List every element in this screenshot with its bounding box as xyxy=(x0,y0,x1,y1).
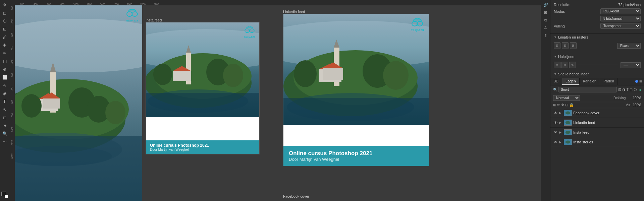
ruler-v-mark: 200 xyxy=(11,19,13,33)
zoom-tool[interactable]: 🔍 xyxy=(1,130,8,137)
lock-transparent-icon[interactable]: ⊞ xyxy=(553,103,556,107)
resolution-value: 72 pixels/inch xyxy=(618,3,641,7)
text-icon[interactable]: A xyxy=(542,24,549,31)
ruler-h-mark: 600 xyxy=(42,3,56,5)
lagen-search-toolbar: 🔍 ⊡ ◑ T ◻ ⬡ ● xyxy=(550,85,644,94)
tab-paden[interactable]: Paden xyxy=(600,78,618,85)
transform-icon[interactable]: ⧉ xyxy=(542,17,549,23)
layer-visibility-facebook[interactable]: 👁 xyxy=(553,111,558,115)
eraser-tool[interactable]: ⬜ xyxy=(1,74,8,81)
hand-tool[interactable]: ☚ xyxy=(1,122,8,129)
opacity-label: Dekking: xyxy=(613,96,627,100)
grid-type-3[interactable]: ⊠ xyxy=(570,42,577,49)
crop-tool[interactable]: ⊡ xyxy=(1,25,8,33)
filter-adj-icon[interactable]: ◑ xyxy=(622,87,626,92)
ruler-unit-select[interactable]: Pixels cm mm inch xyxy=(617,43,641,49)
move-tool[interactable]: ✥ xyxy=(1,1,8,9)
hulplijnen-section-header[interactable]: ▼ Hulplijnen xyxy=(550,53,644,60)
grid-icon[interactable]: ⊞ xyxy=(542,9,549,16)
filter-pixel-icon[interactable]: ⊡ xyxy=(618,87,621,92)
bg-logo: Easy-123 xyxy=(125,8,139,22)
more-tools[interactable]: ⋯ xyxy=(1,138,8,145)
layer-expand-insta[interactable]: ▶ xyxy=(559,131,562,134)
history-tool[interactable]: ⊕ xyxy=(1,66,8,73)
lagen-menu-icon[interactable]: ≡ xyxy=(639,79,642,84)
svg-point-0 xyxy=(15,19,142,72)
layer-visibility-insta-stories[interactable]: 👁 xyxy=(553,140,558,144)
hulp-line-preview xyxy=(578,65,618,65)
right-icon-strip: 🔗 ⊞ ⧉ A ¶ xyxy=(541,0,550,201)
ruler-v-mark: 300 xyxy=(11,33,13,46)
modus-select[interactable]: RGB-kleur CMYK-kleur Grijswaarden xyxy=(600,8,641,14)
hulp-add-v[interactable]: ⊕ xyxy=(561,62,568,68)
layer-item[interactable]: 👁 ▶ Insta stories xyxy=(550,137,644,147)
tab-kanalen[interactable]: Kanalen xyxy=(580,78,600,85)
filter-smart-icon[interactable]: ⬡ xyxy=(634,87,637,92)
insta-feed-card[interactable]: Easy-123 Online cursus Photoshop 2021 Do… xyxy=(146,22,260,154)
svg-point-51 xyxy=(566,111,571,114)
linkedin-feed-card[interactable]: Easy-123 Online cursus Photoshop 2021 Do… xyxy=(283,14,429,166)
bits-select[interactable]: 8 bits/kanaal 16 bits/kanaal 32 bits/kan… xyxy=(600,16,641,21)
healing-tool[interactable]: ✚ xyxy=(1,42,8,49)
layer-visibility-insta[interactable]: 👁 xyxy=(553,130,558,134)
vulling-select[interactable]: Transparant Wit Zwart xyxy=(600,23,641,29)
svg-rect-15 xyxy=(15,136,142,201)
layer-expand-insta-stories[interactable]: ▶ xyxy=(559,140,562,144)
layer-item[interactable]: 👁 ▶ Linkedin feed xyxy=(550,118,644,128)
layer-expand-facebook[interactable]: ▶ xyxy=(559,111,562,115)
layer-expand-linkedin[interactable]: ▶ xyxy=(559,121,562,124)
eyedropper-tool[interactable]: 🖊 xyxy=(1,34,8,41)
background-color-swatch[interactable] xyxy=(5,195,8,198)
layer-item[interactable]: 👁 ▶ Insta feed xyxy=(550,128,644,137)
snelle-section-header[interactable]: ▼ Snelle handelingen xyxy=(550,70,644,78)
insta-card-title: Online cursus Photoshop 2021 xyxy=(150,143,255,148)
layer-search-input[interactable] xyxy=(558,87,617,92)
layer-item[interactable]: 👁 ▶ Facebook cover xyxy=(550,108,644,118)
bits-row: 8 bits/kanaal 16 bits/kanaal 32 bits/kan… xyxy=(554,16,641,21)
filter-shape-icon[interactable]: ◻ xyxy=(630,87,633,92)
svg-point-43 xyxy=(294,60,317,87)
grid-type-1[interactable]: ⊞ xyxy=(554,42,560,49)
insta-feed-label: Insta feed xyxy=(146,18,162,22)
select-tool[interactable]: ◻ xyxy=(1,9,8,17)
filter-text-icon[interactable]: T xyxy=(627,87,629,92)
ruler-h-mark: 2000 xyxy=(136,3,150,5)
canvas-content[interactable]: Easy-123 xyxy=(15,5,541,201)
ruler-v-mark: 600 xyxy=(11,73,13,86)
text-tool[interactable]: T xyxy=(1,98,8,105)
brush-tool[interactable]: ✏ xyxy=(1,50,8,57)
grid-type-2[interactable]: ⊟ xyxy=(562,42,569,49)
linialen-content: ⊞ ⊟ ⊠ Pixels cm mm inch xyxy=(550,41,644,53)
lagen-vul-row: ⊞ ✏ ✥ ⊡ 🔒 Vul: 100% xyxy=(550,102,644,108)
path-tool[interactable]: ↖ xyxy=(1,106,8,113)
ruler-h-mark: 2200 xyxy=(150,3,163,5)
lock-pixels-icon[interactable]: ✏ xyxy=(557,103,560,107)
shape-tool[interactable]: ◻ xyxy=(1,114,8,121)
clone-tool[interactable]: ◫ xyxy=(1,58,8,65)
ruler-h-mark: 800 xyxy=(56,3,69,5)
blur-tool[interactable]: ◉ xyxy=(1,90,8,97)
lock-all-icon[interactable]: 🔒 xyxy=(569,103,574,107)
hulplijnen-section-title: Hulplijnen xyxy=(558,55,641,59)
tab-lagen[interactable]: Lagen xyxy=(562,78,580,85)
layer-visibility-linkedin[interactable]: 👁 xyxy=(553,121,558,125)
paragraph-icon[interactable]: ¶ xyxy=(542,32,549,39)
ruler-v-mark: 400 xyxy=(11,46,13,60)
svg-point-28 xyxy=(223,64,243,87)
linialen-section-header[interactable]: ▼ Linialen en rasters xyxy=(550,34,644,41)
gradient-tool[interactable]: ∿ xyxy=(1,82,8,89)
filter-toggle[interactable]: ● xyxy=(639,88,641,92)
hulp-edit[interactable]: ✎ xyxy=(569,62,576,68)
tab-3d[interactable]: 3D xyxy=(550,78,562,85)
hulp-line-select[interactable]: ── - - ··· xyxy=(621,62,641,68)
hulp-add-h[interactable]: ⊕ xyxy=(554,62,560,68)
layer-name-insta-stories: Insta stories xyxy=(573,140,641,144)
resolution-row: Resolutie: 72 pixels/inch xyxy=(554,3,641,7)
link-icon[interactable]: 🔗 xyxy=(542,1,549,8)
lock-artboard-icon[interactable]: ⊡ xyxy=(565,103,568,107)
linkedin-feed-label: Linkedin feed xyxy=(283,10,305,14)
blend-mode-select[interactable]: Normaal Oplossen Donker maken xyxy=(553,95,580,101)
insta-card-subtitle: Door Martijn van Weeghel xyxy=(150,148,255,151)
lock-position-icon[interactable]: ✥ xyxy=(561,103,564,107)
lasso-tool[interactable]: ⬡ xyxy=(1,17,8,25)
